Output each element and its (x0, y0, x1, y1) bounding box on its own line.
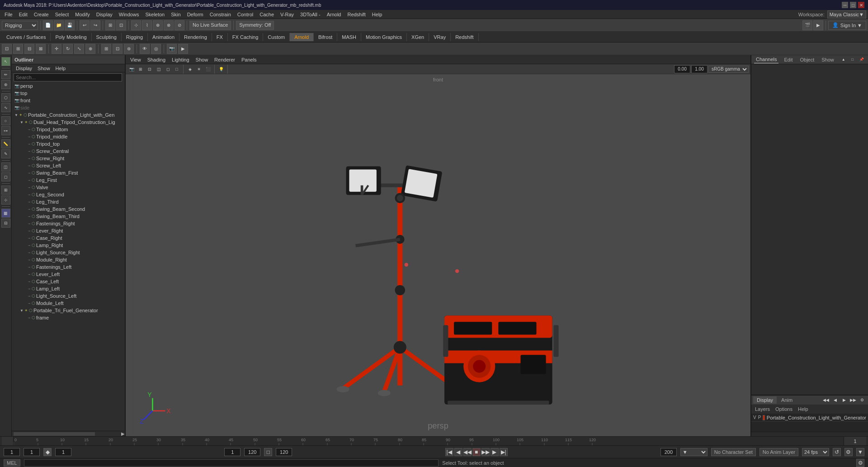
symmetry-off-label[interactable]: Symmetry: Off (236, 21, 274, 30)
outliner-item-lever-right[interactable]: → ⬡ Lever_Right (12, 227, 125, 234)
fps-select[interactable]: 24 fps (802, 448, 829, 456)
tab-motion-graphics[interactable]: Motion Graphics (361, 33, 407, 41)
minimize-button[interactable]: ─ (842, 2, 848, 8)
outliner-item-front[interactable]: 📷 front (12, 97, 125, 104)
play-forward-btn[interactable]: ▶▶ (481, 448, 490, 456)
tab-sculpting[interactable]: Sculpting (92, 33, 122, 41)
workspace-dropdown[interactable]: Maya Classic▼ (827, 10, 866, 19)
outliner-item-swing-beam-second[interactable]: → ⬡ Swing_Beam_Second (12, 205, 125, 213)
no-live-surface-label[interactable]: No Live Surface (189, 21, 231, 30)
lasso-mode-btn[interactable]: ⊡ (116, 20, 126, 30)
vp-menu-lighting[interactable]: Lighting (169, 56, 192, 63)
menu-edit[interactable]: Edit (16, 11, 30, 18)
menu-redshift[interactable]: Redshift (344, 11, 368, 18)
xray-btn[interactable]: ◫ (1, 162, 10, 172)
da-btn-right[interactable]: ▶ (840, 396, 848, 404)
vp-texture-btn[interactable]: ⬛ (204, 65, 212, 73)
cb-icon-up[interactable]: ▲ (840, 56, 848, 64)
shelf-show-hide[interactable]: 👁 (140, 44, 150, 54)
redo-btn[interactable]: ↪ (90, 20, 100, 30)
outliner-item-lamp-left[interactable]: → ⬡ Lamp_Left (12, 285, 125, 292)
menu-display[interactable]: Display (94, 11, 115, 18)
snap-surface-btn[interactable]: ⊘ (175, 20, 184, 30)
menu-3dtoall[interactable]: 3DToAll - (297, 11, 323, 18)
outliner-item-swing-beam-third[interactable]: → ⬡ Swing_Beam_Third (12, 213, 125, 220)
vp-menu-panels[interactable]: Panels (239, 56, 259, 63)
sign-in-button[interactable]: 👤 Sign In ▼ (828, 21, 866, 30)
cb-tab-show[interactable]: Show (820, 56, 836, 63)
shelf-scale[interactable]: ⤡ (74, 44, 84, 54)
menu-skeleton[interactable]: Skeleton (142, 11, 167, 18)
cb-tab-object[interactable]: Object (798, 56, 816, 63)
layer-playback-btn[interactable]: P (758, 415, 761, 420)
outline-btn[interactable]: ◻ (1, 172, 10, 181)
shelf-render-view[interactable]: ▶ (178, 44, 188, 54)
outliner-item-persp[interactable]: 📷 persp (12, 82, 125, 90)
vp-camera-btn[interactable]: 📷 (127, 65, 136, 73)
menu-constrain[interactable]: Constrain (207, 11, 234, 18)
vp-grid-btn[interactable]: ⊡ (146, 65, 154, 73)
vp-ambient-btn[interactable]: ☀ (195, 65, 203, 73)
outliner-search-input[interactable] (14, 73, 122, 81)
cb-tab-channels[interactable]: Channels (754, 56, 778, 63)
outliner-item-frame[interactable]: → ⬡ frame (12, 314, 125, 321)
tab-fx-caching[interactable]: FX Caching (228, 33, 263, 41)
outliner-item-tripod-top[interactable]: → ⬡ Tripod_top (12, 140, 125, 148)
cb-icon-expand[interactable]: □ (849, 56, 857, 64)
tab-fx[interactable]: FX (212, 33, 228, 41)
menu-select[interactable]: Select (52, 11, 72, 18)
outliner-item-side[interactable]: 📷 side (12, 104, 125, 111)
menu-help[interactable]: Help (369, 11, 385, 18)
save-scene-btn[interactable]: 💾 (65, 20, 75, 30)
curve-tool-btn[interactable]: ∿ (1, 103, 10, 112)
range-start-input[interactable] (224, 448, 241, 456)
shelf-mask[interactable]: ⊠ (36, 44, 46, 54)
fps-dropdown[interactable]: ▼ (680, 448, 708, 456)
gamma-out-input[interactable] (691, 65, 708, 73)
tab-animation[interactable]: Animation (148, 33, 179, 41)
da-btn-right2[interactable]: ▶▶ (849, 396, 857, 404)
cb-tab-edit[interactable]: Edit (782, 56, 794, 63)
outliner-item-case-right[interactable]: → ⬡ Case_Right (12, 234, 125, 242)
outliner-item-generator-group[interactable]: ▼ ✦ ⬡ Portable_Tri_Fuel_Generator (12, 307, 125, 314)
menu-file[interactable]: File (2, 11, 15, 18)
paint-btn[interactable]: ✏ (1, 70, 10, 79)
outliner-item-module-left[interactable]: → ⬡ Module_Left (12, 300, 125, 307)
vp-bbox-btn[interactable]: □ (173, 65, 181, 73)
frame-display-input[interactable] (55, 448, 71, 456)
layer-item-portable[interactable]: V P Portable_Construction_Light_with_Gen… (751, 414, 868, 422)
step-forward-btn[interactable]: ▶ (491, 448, 499, 456)
create-poly-btn[interactable]: ⬡ (1, 93, 10, 102)
maximize-button[interactable]: □ (850, 2, 856, 8)
range-end-input[interactable] (244, 448, 260, 456)
shelf-move[interactable]: ✛ (52, 44, 61, 54)
sculpt-btn[interactable]: ⊛ (1, 80, 10, 89)
outliner-item-light-source-right[interactable]: → ⬡ Light_Source_Right (12, 249, 125, 256)
menu-deform[interactable]: Deform (184, 11, 206, 18)
outliner-item-fastenings-right[interactable]: → ⬡ Fastenings_Right (12, 220, 125, 227)
options-menu[interactable]: Options (774, 405, 794, 413)
outliner-item-dual-head[interactable]: ▼ ✦ ⬡ Dual_Head_Tripod_Construction_Lig (12, 119, 125, 126)
outliner-item-portable-group[interactable]: ▼ ✦ ⬡ Portable_Construction_Light_with_G… (12, 111, 125, 119)
shelf-select-hier[interactable]: ⊞ (13, 44, 23, 54)
ik-btn[interactable]: ⊶ (1, 126, 10, 135)
range-end3-input[interactable] (660, 448, 677, 456)
da-tab-display[interactable]: Display (753, 396, 777, 404)
gamma-in-input[interactable] (674, 65, 690, 73)
outliner-item-valve[interactable]: → ⬡ Valve (12, 184, 125, 191)
shelf-select-obj[interactable]: ⊡ (2, 44, 12, 54)
tab-vray[interactable]: VRay (429, 33, 451, 41)
shelf-isolate[interactable]: ◎ (151, 44, 161, 54)
right-panel-scrollbar[interactable] (751, 432, 868, 436)
tab-redshift[interactable]: Redshift (451, 33, 478, 41)
shelf-rotate[interactable]: ↻ (63, 44, 73, 54)
snap-view-btn[interactable]: ⊗ (164, 20, 174, 30)
snap-all-btn[interactable]: ⊹ (1, 195, 10, 205)
outliner-item-light-source-left[interactable]: → ⬡ Light_Source_Left (12, 292, 125, 300)
tab-custom[interactable]: Custom (263, 33, 290, 41)
outliner-item-top[interactable]: 📷 top (12, 90, 125, 97)
tab-arnold[interactable]: Arnold (290, 33, 314, 41)
vp-xray-btn[interactable]: ◈ (186, 65, 194, 73)
outliner-menu-show[interactable]: Show (35, 65, 52, 71)
shelf-soft-mod[interactable]: ⊡ (113, 44, 123, 54)
